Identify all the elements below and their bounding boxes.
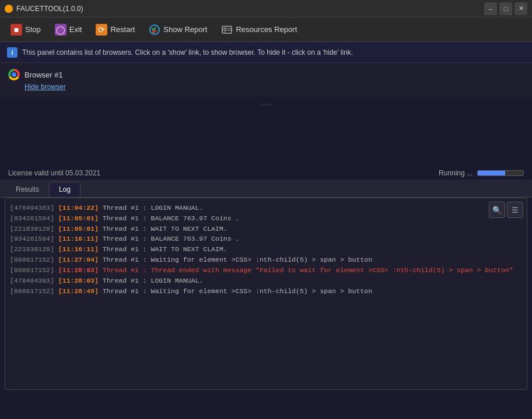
exit-button[interactable]: ◯ Exit bbox=[49, 21, 88, 38]
log-line: [868917152] [11:28:49] Thread #1 : Waiti… bbox=[10, 286, 522, 297]
log-line: [478494383] [11:28:03] Thread #1 : LOGIN… bbox=[10, 276, 522, 286]
chrome-icon bbox=[8, 69, 20, 80]
restart-label: Restart bbox=[110, 25, 135, 34]
stop-label: Stop bbox=[25, 25, 41, 34]
app-icon bbox=[5, 5, 13, 13]
resources-report-button[interactable]: Resources Report bbox=[215, 21, 303, 38]
browser-name: Browser #1 bbox=[24, 71, 63, 79]
svg-rect-1 bbox=[222, 26, 232, 33]
log-line: [478494383] [11:04:22] Thread #1 : LOGIN… bbox=[10, 203, 522, 213]
minimize-button[interactable]: – bbox=[484, 2, 497, 15]
close-button[interactable]: ✕ bbox=[514, 2, 527, 15]
app-title: FAUCETTOOL(1.0.0) bbox=[16, 5, 83, 13]
tab-log[interactable]: Log bbox=[49, 182, 80, 197]
info-text: This panel contains list of browsers. Cl… bbox=[22, 48, 353, 57]
log-container[interactable]: 🔍 ☰ [478494383] [11:04:22] Thread #1 : L… bbox=[5, 198, 527, 390]
exit-icon: ◯ bbox=[55, 24, 66, 36]
info-panel: i This panel contains list of browsers. … bbox=[0, 42, 532, 63]
log-line: [221839128] [11:16:11] Thread #1 : WAIT … bbox=[10, 244, 522, 255]
svg-point-0 bbox=[150, 25, 159, 34]
stop-icon: ■ bbox=[10, 24, 22, 36]
show-report-label: Show Report bbox=[163, 25, 207, 34]
log-line: [934261584] [11:05:01] Thread #1 : BALAN… bbox=[10, 213, 522, 224]
show-report-button[interactable]: Show Report bbox=[143, 21, 213, 38]
restart-button[interactable]: ⟳ Restart bbox=[90, 21, 141, 38]
resources-icon bbox=[221, 24, 233, 36]
toolbar: ■ Stop ◯ Exit ⟳ Restart Show Report bbox=[0, 17, 532, 42]
restart-icon: ⟳ bbox=[96, 24, 107, 36]
log-toolbar: 🔍 ☰ bbox=[489, 202, 523, 218]
info-icon: i bbox=[7, 47, 18, 58]
exit-label: Exit bbox=[69, 25, 82, 34]
browser-item: Browser #1 bbox=[8, 69, 524, 80]
browser-section: Browser #1 Hide browser bbox=[0, 63, 532, 97]
running-container: Running ... bbox=[439, 169, 524, 177]
title-bar: FAUCETTOOL(1.0.0) – □ ✕ bbox=[0, 0, 532, 17]
progress-fill bbox=[478, 171, 505, 175]
log-line: [868917152] [11:27:04] Thread #1 : Waiti… bbox=[10, 255, 522, 265]
stop-button[interactable]: ■ Stop bbox=[5, 21, 47, 38]
running-label: Running ... bbox=[439, 169, 473, 177]
tabs-bar: Results Log bbox=[0, 179, 532, 198]
license-text: License valid until 05.03.2021 bbox=[8, 169, 100, 177]
hide-browser-link[interactable]: Hide browser bbox=[24, 83, 524, 91]
maximize-button[interactable]: □ bbox=[499, 2, 512, 15]
window-controls: – □ ✕ bbox=[484, 2, 527, 15]
status-bar: License valid until 05.03.2021 Running .… bbox=[0, 167, 532, 179]
log-lines: [478494383] [11:04:22] Thread #1 : LOGIN… bbox=[10, 203, 522, 296]
show-report-icon bbox=[149, 24, 160, 36]
log-search-button[interactable]: 🔍 bbox=[489, 202, 505, 218]
log-line: [934261584] [11:16:11] Thread #1 : BALAN… bbox=[10, 234, 522, 244]
tab-results[interactable]: Results bbox=[6, 182, 49, 197]
progress-bar bbox=[477, 170, 524, 176]
resources-label: Resources Report bbox=[236, 25, 297, 34]
main-content: ■ Stop ◯ Exit ⟳ Restart Show Report bbox=[0, 17, 532, 395]
divider: ...... bbox=[0, 97, 532, 108]
log-line: [221839128] [11:05:01] Thread #1 : WAIT … bbox=[10, 224, 522, 234]
log-menu-button[interactable]: ☰ bbox=[507, 202, 523, 218]
log-line: [868917152] [11:28:03] Thread #1 : Threa… bbox=[10, 265, 522, 276]
title-bar-left: FAUCETTOOL(1.0.0) bbox=[5, 5, 83, 13]
